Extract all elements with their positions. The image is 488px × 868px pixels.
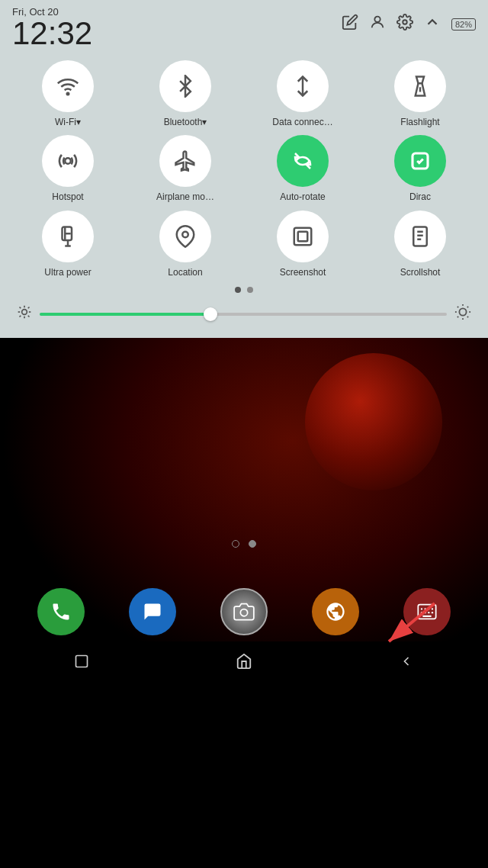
airplane-label: Airplane mo… bbox=[156, 191, 214, 202]
nav-bar bbox=[0, 641, 488, 681]
wifi-circle[interactable] bbox=[42, 60, 94, 112]
tile-dirac[interactable]: Dirac bbox=[364, 135, 476, 202]
svg-point-12 bbox=[182, 232, 188, 238]
brightness-track[interactable] bbox=[40, 313, 447, 316]
tile-scrollshot[interactable]: Scrollshot bbox=[364, 211, 476, 278]
ultrapower-circle[interactable] bbox=[42, 211, 94, 262]
wallpaper-orb bbox=[305, 353, 442, 490]
nav-recents[interactable] bbox=[66, 646, 97, 677]
dirac-circle[interactable] bbox=[394, 135, 446, 187]
brightness-low-icon bbox=[17, 304, 32, 323]
brightness-thumb[interactable] bbox=[204, 307, 217, 321]
svg-point-5 bbox=[65, 159, 71, 165]
svg-line-35 bbox=[458, 317, 458, 317]
svg-point-2 bbox=[67, 93, 69, 95]
dock-browser[interactable] bbox=[312, 588, 359, 635]
svg-point-37 bbox=[240, 609, 247, 616]
autorotate-label: Auto-rotate bbox=[280, 191, 325, 202]
tile-airplane[interactable]: Airplane mo… bbox=[130, 135, 241, 202]
flashlight-label: Flashlight bbox=[400, 117, 439, 127]
page-dot-1[interactable] bbox=[235, 287, 241, 293]
collapse-icon[interactable] bbox=[424, 14, 441, 34]
tile-data[interactable]: Data connec… bbox=[247, 60, 358, 127]
home-area bbox=[0, 338, 488, 681]
ultrapower-label: Ultra power bbox=[44, 267, 91, 278]
tile-location[interactable]: Location bbox=[130, 211, 241, 278]
svg-rect-13 bbox=[294, 228, 312, 246]
battery-indicator: 82% bbox=[451, 18, 476, 31]
notif-dots bbox=[232, 540, 256, 548]
page-dots bbox=[12, 287, 476, 293]
page-dot-2[interactable] bbox=[247, 287, 253, 293]
data-circle[interactable] bbox=[277, 60, 329, 112]
status-bar: Fri, Oct 20 12:32 82% bbox=[0, 0, 488, 53]
data-label: Data connec… bbox=[272, 117, 332, 127]
bluetooth-label: Bluetooth▾ bbox=[164, 117, 207, 127]
nav-home[interactable] bbox=[229, 646, 259, 677]
screenshot-circle[interactable] bbox=[277, 211, 329, 262]
autorotate-circle[interactable] bbox=[277, 135, 329, 187]
tile-hotspot[interactable]: Hotspot bbox=[12, 135, 124, 202]
svg-line-36 bbox=[467, 307, 468, 307]
tile-ultrapower[interactable]: Ultra power bbox=[12, 211, 124, 278]
dock-camera[interactable] bbox=[220, 588, 268, 635]
bluetooth-circle[interactable] bbox=[159, 60, 211, 112]
svg-line-26 bbox=[20, 316, 21, 317]
nav-back[interactable] bbox=[391, 646, 422, 677]
dock-messages[interactable] bbox=[129, 588, 176, 635]
svg-line-22 bbox=[20, 307, 21, 309]
tile-bluetooth[interactable]: Bluetooth▾ bbox=[130, 60, 241, 127]
notif-dot-2 bbox=[249, 540, 256, 548]
settings-icon[interactable] bbox=[396, 14, 413, 34]
airplane-circle[interactable] bbox=[159, 135, 211, 187]
svg-point-1 bbox=[403, 20, 407, 24]
notif-dot-1 bbox=[232, 540, 239, 548]
edit-icon[interactable] bbox=[342, 14, 358, 34]
scrollshot-label: Scrollshot bbox=[400, 267, 441, 278]
svg-point-19 bbox=[22, 310, 27, 315]
dock-phone[interactable] bbox=[37, 588, 85, 635]
quick-settings-panel: Wi-Fi▾ Bluetooth▾ Data connec… bbox=[0, 53, 488, 338]
svg-line-32 bbox=[467, 317, 468, 317]
location-circle[interactable] bbox=[159, 211, 211, 262]
svg-point-0 bbox=[374, 17, 380, 22]
tile-flashlight[interactable]: Flashlight bbox=[364, 60, 476, 127]
tile-autorotate[interactable]: Auto-rotate bbox=[247, 135, 358, 202]
dock-keyboard[interactable] bbox=[403, 588, 451, 635]
hotspot-label: Hotspot bbox=[52, 191, 83, 202]
brightness-high-icon bbox=[454, 304, 471, 324]
status-icons: 82% bbox=[342, 6, 476, 34]
svg-line-23 bbox=[28, 316, 30, 317]
dock bbox=[0, 588, 488, 635]
wifi-label: Wi-Fi▾ bbox=[55, 117, 81, 127]
screenshot-label: Screenshot bbox=[280, 267, 326, 278]
tile-screenshot[interactable]: Screenshot bbox=[247, 211, 358, 278]
svg-rect-48 bbox=[75, 656, 87, 667]
brightness-row bbox=[12, 301, 476, 327]
svg-line-27 bbox=[28, 307, 30, 309]
person-icon[interactable] bbox=[369, 14, 386, 34]
scrollshot-circle[interactable] bbox=[394, 211, 446, 262]
flashlight-circle[interactable] bbox=[394, 60, 446, 112]
time-block: Fri, Oct 20 12:32 bbox=[12, 6, 92, 50]
svg-point-28 bbox=[459, 309, 466, 316]
dirac-label: Dirac bbox=[409, 191, 431, 202]
svg-rect-14 bbox=[298, 232, 308, 242]
tile-wifi[interactable]: Wi-Fi▾ bbox=[12, 60, 124, 127]
brightness-fill bbox=[40, 313, 210, 316]
location-label: Location bbox=[168, 267, 202, 278]
status-time: 12:32 bbox=[12, 18, 92, 50]
svg-line-31 bbox=[458, 307, 458, 307]
qs-grid: Wi-Fi▾ Bluetooth▾ Data connec… bbox=[12, 60, 476, 278]
hotspot-circle[interactable] bbox=[42, 135, 94, 187]
